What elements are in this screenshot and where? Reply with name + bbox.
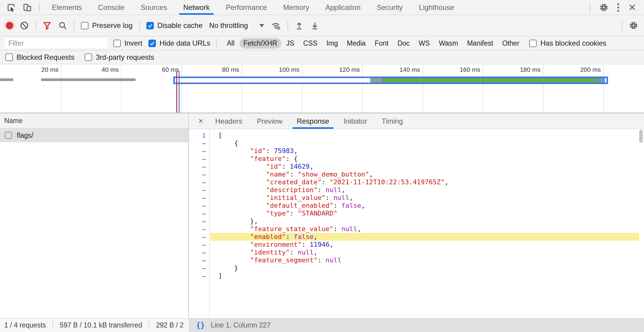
main-tabs: ElementsConsoleSourcesNetworkPerformance… <box>44 0 462 15</box>
detail-tab-headers[interactable]: Headers <box>208 113 250 129</box>
timeline-tick-label: 120 ms <box>315 66 360 73</box>
filter-funnel-icon[interactable] <box>43 21 52 30</box>
request-row[interactable]: flags/ <box>0 128 188 142</box>
response-status-bar: {} Line 1, Column 227 <box>189 318 644 332</box>
detail-tab-initiator[interactable]: Initiator <box>336 113 374 129</box>
gutter-cell: – <box>189 186 209 194</box>
response-code: [ { "id": 75983, "feature": { "id": 1462… <box>210 129 639 318</box>
timeline-gridline <box>543 64 544 113</box>
preserve-log-group: Preserve log <box>81 21 133 30</box>
network-main-split: Name flags/ × HeadersPreviewResponseInit… <box>0 113 644 318</box>
tab-sources[interactable]: Sources <box>133 0 175 15</box>
code-line: "created_date": "2021-11-12T10:22:53.419… <box>210 178 639 186</box>
code-line: "feature_state_value": null, <box>210 225 639 233</box>
export-har-icon[interactable] <box>310 21 319 30</box>
filter-type-css[interactable]: CSS <box>299 38 321 49</box>
close-details-icon[interactable]: × <box>194 113 208 129</box>
timeline-gridline <box>242 64 242 113</box>
detail-tab-response[interactable]: Response <box>290 113 336 129</box>
filter-type-media[interactable]: Media <box>343 38 370 49</box>
gutter-cell: – <box>189 249 209 256</box>
tab-performance[interactable]: Performance <box>218 0 275 15</box>
gutter-cell: – <box>189 194 209 202</box>
gutter-cell: 1 <box>189 131 209 139</box>
filter-type-wasm[interactable]: Wasm <box>435 38 462 49</box>
overview-segment-waiting <box>382 78 599 83</box>
overview-segment-stalled <box>370 78 382 83</box>
code-line: "id": 75983, <box>210 147 639 155</box>
device-toolbar-icon[interactable] <box>23 3 32 12</box>
timeline-gridline <box>483 64 483 113</box>
network-settings-gear-icon[interactable] <box>629 21 638 30</box>
request-details-pane: × HeadersPreviewResponseInitiatorTiming … <box>189 113 644 318</box>
filter-type-img[interactable]: Img <box>323 38 342 49</box>
tab-security[interactable]: Security <box>369 0 411 15</box>
network-conditions-icon[interactable] <box>271 21 281 30</box>
filter-type-ws[interactable]: WS <box>415 38 434 49</box>
timeline-tick-label: 40 ms <box>74 66 119 73</box>
third-party-requests-checkbox[interactable] <box>85 53 92 61</box>
throttling-dropdown[interactable]: No throttling <box>209 21 264 30</box>
tab-lighthouse[interactable]: Lighthouse <box>411 0 462 15</box>
invert-label: Invert <box>124 39 142 47</box>
detail-tab-timing[interactable]: Timing <box>374 113 410 129</box>
preserve-log-checkbox[interactable] <box>81 22 88 29</box>
tab-network[interactable]: Network <box>175 0 218 15</box>
tabbar-right-icons: ✕ <box>590 3 644 12</box>
overview-request-bar[interactable] <box>173 77 608 84</box>
detail-tab-preview[interactable]: Preview <box>250 113 290 129</box>
filter-type-js[interactable]: JS <box>282 38 298 49</box>
code-line: "environment": 11946, <box>210 241 639 249</box>
gutter-cell: – <box>189 210 209 217</box>
timeline-red-marker <box>176 71 177 113</box>
code-line: "type": "STANDARD" <box>210 210 639 217</box>
network-overview-timeline[interactable]: 20 ms40 ms60 ms80 ms100 ms120 ms140 ms16… <box>0 64 644 113</box>
gutter-cell: – <box>189 139 209 147</box>
code-line: { <box>210 139 639 147</box>
disable-cache-label: Disable cache <box>157 21 203 30</box>
search-icon[interactable] <box>58 21 67 30</box>
tab-console[interactable]: Console <box>90 0 133 15</box>
record-network-log-icon[interactable] <box>6 22 13 29</box>
close-devtools-icon[interactable]: ✕ <box>628 3 636 12</box>
more-options-kebab-icon[interactable] <box>617 3 619 12</box>
settings-gear-icon[interactable] <box>599 3 608 12</box>
filter-type-manifest[interactable]: Manifest <box>463 38 497 49</box>
request-row-checkbox[interactable] <box>5 132 12 139</box>
code-line: }, <box>210 217 639 225</box>
timeline-gridline <box>422 64 423 113</box>
overview-gray-bar <box>41 78 136 81</box>
pretty-print-braces-icon[interactable]: {} <box>196 321 205 330</box>
network-filter-bar: Invert Hide data URLs AllFetch/XHRJSCSSI… <box>0 36 644 50</box>
devtools-tabbar: ElementsConsoleSourcesNetworkPerformance… <box>0 0 644 15</box>
filter-type-fetchxhr[interactable]: Fetch/XHR <box>240 38 281 49</box>
invert-checkbox[interactable] <box>113 40 121 47</box>
blocked-requests-checkbox[interactable] <box>5 53 13 61</box>
tabbar-right-divider <box>590 3 590 12</box>
response-viewer: 1–––––––––––––––––– [ { "id": 75983, "fe… <box>189 129 644 318</box>
request-name-label: flags/ <box>17 131 33 140</box>
name-column-header[interactable]: Name <box>0 113 188 128</box>
toolbar-divider <box>35 21 36 30</box>
has-blocked-cookies-label: Has blocked cookies <box>540 39 606 47</box>
hide-data-urls-checkbox[interactable] <box>148 40 156 47</box>
highlighted-code-line: "enabled": false, <box>210 233 639 241</box>
scrollbar-thumb[interactable] <box>639 130 643 143</box>
filter-type-all[interactable]: All <box>223 38 238 49</box>
tab-elements[interactable]: Elements <box>44 0 90 15</box>
filter-input[interactable] <box>5 38 107 48</box>
has-blocked-cookies-group: Has blocked cookies <box>529 39 606 47</box>
timeline-gridline <box>362 64 363 113</box>
disable-cache-checkbox[interactable] <box>146 22 154 29</box>
timeline-tick-label: 200 ms <box>556 66 601 73</box>
filter-type-other[interactable]: Other <box>498 38 523 49</box>
inspect-element-icon[interactable] <box>7 3 16 12</box>
import-har-icon[interactable] <box>295 21 304 30</box>
clear-network-log-icon[interactable] <box>20 21 29 30</box>
tab-application[interactable]: Application <box>317 0 368 15</box>
tab-memory[interactable]: Memory <box>275 0 318 15</box>
filter-type-doc[interactable]: Doc <box>394 38 414 49</box>
filter-type-font[interactable]: Font <box>371 38 392 49</box>
gutter-cell: – <box>189 163 209 171</box>
has-blocked-cookies-checkbox[interactable] <box>529 40 537 47</box>
